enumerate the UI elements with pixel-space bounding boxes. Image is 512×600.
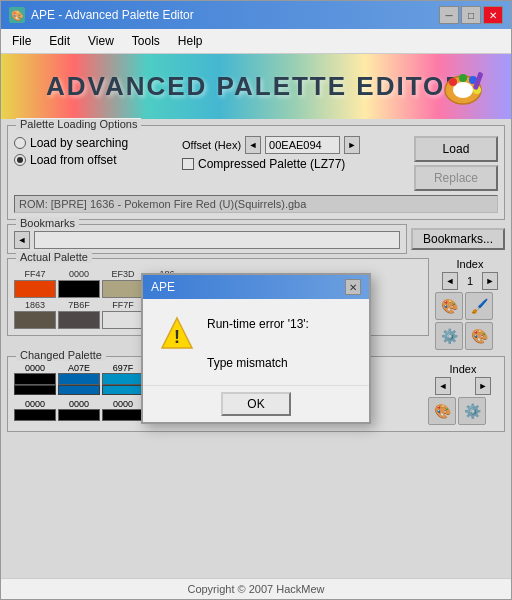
- title-bar: 🎨 APE - Advanced Palette Editor ─ □ ✕: [1, 1, 511, 29]
- menu-edit[interactable]: Edit: [42, 31, 77, 51]
- title-controls: ─ □ ✕: [439, 6, 503, 24]
- banner: Advanced Palette Editor: [1, 54, 511, 119]
- main-content: Palette Loading Options Load by searchin…: [1, 119, 511, 578]
- dialog-error-line2: Type mismatch: [207, 354, 309, 373]
- footer: Copyright © 2007 HackMew: [1, 578, 511, 599]
- menu-help[interactable]: Help: [171, 31, 210, 51]
- dialog-footer: OK: [143, 385, 369, 422]
- warning-icon: !: [159, 315, 195, 351]
- dialog-title-bar: APE ✕: [143, 275, 369, 299]
- menu-file[interactable]: File: [5, 31, 38, 51]
- dialog-error-line1: Run-time error '13':: [207, 315, 309, 334]
- dialog-ok-button[interactable]: OK: [221, 392, 291, 416]
- minimize-button[interactable]: ─: [439, 6, 459, 24]
- dialog-close-button[interactable]: ✕: [345, 279, 361, 295]
- app-icon: 🎨: [9, 7, 25, 23]
- dialog-body: ! Run-time error '13': Type mismatch: [143, 299, 369, 385]
- svg-point-2: [449, 78, 457, 86]
- dialog-message: Run-time error '13': Type mismatch: [207, 315, 309, 373]
- menu-bar: File Edit View Tools Help: [1, 29, 511, 54]
- window-title: APE - Advanced Palette Editor: [31, 8, 194, 22]
- banner-title: Advanced Palette Editor: [46, 71, 466, 102]
- menu-view[interactable]: View: [81, 31, 121, 51]
- palette-icon: [441, 62, 491, 112]
- svg-text:!: !: [174, 327, 180, 347]
- dialog-overlay: APE ✕ ! Run-time error '13': Type mismat…: [1, 119, 511, 578]
- main-window: 🎨 APE - Advanced Palette Editor ─ □ ✕ Fi…: [0, 0, 512, 600]
- title-bar-left: 🎨 APE - Advanced Palette Editor: [9, 7, 194, 23]
- dialog-title-text: APE: [151, 280, 175, 294]
- svg-point-3: [459, 74, 467, 82]
- maximize-button[interactable]: □: [461, 6, 481, 24]
- close-button[interactable]: ✕: [483, 6, 503, 24]
- menu-tools[interactable]: Tools: [125, 31, 167, 51]
- error-dialog: APE ✕ ! Run-time error '13': Type mismat…: [141, 273, 371, 424]
- footer-text: Copyright © 2007 HackMew: [187, 583, 324, 595]
